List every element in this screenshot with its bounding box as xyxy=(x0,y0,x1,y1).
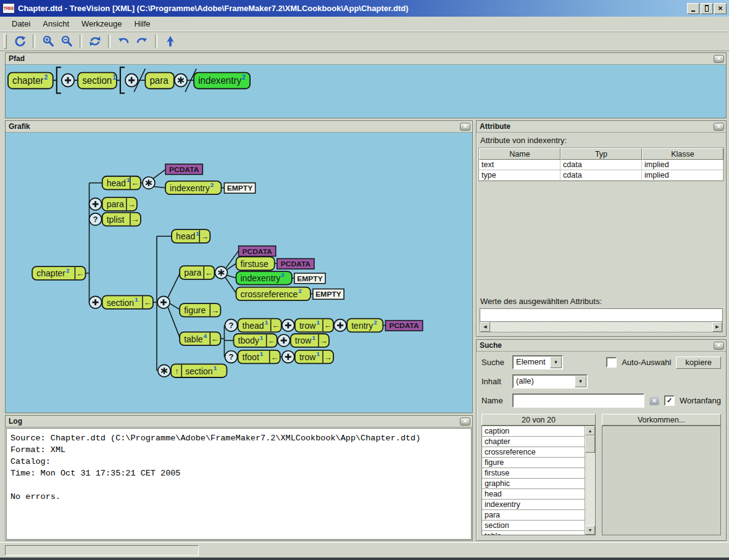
up-button[interactable] xyxy=(161,33,180,49)
sync-button[interactable] xyxy=(86,33,104,49)
tree-connector xyxy=(168,274,180,297)
log-close-button[interactable]: ✕ xyxy=(460,418,470,426)
tree-node-para[interactable]: ←para xyxy=(180,266,214,279)
chevron-down-icon[interactable]: ▼ xyxy=(575,376,586,387)
tree-node-indexentry[interactable]: indexentry2 xyxy=(165,181,221,195)
inhalt-value: (alle) xyxy=(514,376,575,387)
undo-icon xyxy=(117,35,130,48)
scroll-left-button[interactable]: ◀ xyxy=(480,322,490,332)
tree-node-para[interactable]: para xyxy=(145,73,173,89)
menu-item-datei[interactable]: Datei xyxy=(6,18,36,30)
tree-node-trow[interactable]: ←trow1 xyxy=(295,319,333,332)
attribute-column-header[interactable]: Name xyxy=(479,148,560,160)
tree-node-chapter[interactable]: ←chapter2 xyxy=(32,266,85,280)
minimize-button[interactable] xyxy=(687,3,699,14)
attribute-cell: cdata xyxy=(560,160,642,170)
attribute-close-button[interactable]: ✕ xyxy=(714,123,724,131)
app-icon: TREE xyxy=(2,3,15,14)
suche-type-dropdown[interactable]: Element ▼ xyxy=(512,355,563,369)
title-bar: TREE Chapter.dtd - TreeVision [XML] (C:\… xyxy=(0,0,729,17)
expand-right-icon: → xyxy=(211,306,219,315)
tree-node-tbody[interactable]: ←tbody1 xyxy=(233,334,277,347)
pfad-close-button[interactable]: ✕ xyxy=(714,55,724,63)
scroll-down-button[interactable]: ▼ xyxy=(585,525,595,535)
close-icon: ✕ xyxy=(717,124,722,130)
grafik-close-button[interactable]: ✕ xyxy=(460,123,470,131)
redo-button[interactable] xyxy=(133,33,151,49)
wortanfang-checkbox[interactable]: ✓ xyxy=(664,395,675,406)
attribute-row[interactable]: typecdataimplied xyxy=(479,170,723,181)
attribute-value-hscrollbar[interactable]: ◀ ▶ xyxy=(480,322,723,332)
element-list-item-graphic[interactable]: graphic xyxy=(482,479,585,489)
attribute-value-input[interactable] xyxy=(480,309,722,321)
zoom-in-button[interactable] xyxy=(39,33,57,49)
hscroll-track[interactable] xyxy=(490,322,712,332)
menu-item-werkzeuge[interactable]: Werkzeuge xyxy=(76,18,128,30)
element-list-item-caption[interactable]: caption xyxy=(482,426,585,437)
tree-node-chapter[interactable]: chapter2 xyxy=(8,73,53,89)
tree-node-tfoot[interactable]: ←tfoot1 xyxy=(238,350,280,364)
suche-close-button[interactable]: ✕ xyxy=(714,342,724,350)
attribute-column-header[interactable]: Typ xyxy=(560,148,642,160)
undo-button[interactable] xyxy=(114,33,133,49)
element-list-item-firstuse[interactable]: firstuse xyxy=(482,468,585,479)
grafik-panel-header: Grafik ✕ xyxy=(6,121,472,133)
scroll-right-button[interactable]: ▶ xyxy=(712,322,722,332)
clear-name-button[interactable]: ✕ xyxy=(649,397,659,405)
inhalt-dropdown[interactable]: (alle) ▼ xyxy=(512,374,588,389)
refresh-button[interactable] xyxy=(10,33,29,49)
element-list-item-para[interactable]: para xyxy=(482,510,585,521)
attribute-value-label: Werte des ausgewählten Attributs: xyxy=(477,294,726,308)
zoom-out-button[interactable] xyxy=(57,33,76,49)
vscroll-thumb[interactable] xyxy=(585,435,595,453)
menu-item-hilfe[interactable]: Hilfe xyxy=(129,18,156,30)
tree-node-figure[interactable]: →figure xyxy=(180,303,220,317)
tree-node-section[interactable]: ←section1 xyxy=(102,295,153,309)
tree-node-indexentry[interactable]: indexentry2 xyxy=(236,271,291,285)
vorkommen-header[interactable]: Vorkommen... xyxy=(602,414,721,426)
expand-left-icon: ← xyxy=(211,334,219,344)
grafik-panel: Grafik ✕ ???PCDATAEMPTYPCDATAPCDATAEMPTY… xyxy=(5,120,473,413)
toolbar-grip[interactable] xyxy=(4,34,7,49)
name-search-input[interactable] xyxy=(512,393,644,408)
tree-node-tentry[interactable]: tentry2 xyxy=(347,319,383,332)
maximize-button[interactable] xyxy=(701,3,713,14)
status-progress-field xyxy=(5,545,199,556)
attribute-table-header: NameTypKlasse xyxy=(479,148,723,160)
grafik-canvas[interactable]: ???PCDATAEMPTYPCDATAPCDATAEMPTYEMPTYPCDA… xyxy=(6,133,472,413)
vscroll-track[interactable] xyxy=(585,453,595,525)
tree-node-indexentry[interactable]: indexentry2 xyxy=(194,73,250,89)
suche-label: Suche xyxy=(481,358,507,367)
kopiere-button[interactable]: kopiere xyxy=(676,356,721,369)
element-list-item-section[interactable]: section xyxy=(482,521,585,531)
tree-node-trow[interactable]: →trow1 xyxy=(295,350,333,364)
element-list-item-crossreference[interactable]: crossreference xyxy=(482,447,585,458)
tree-node-thead[interactable]: ←thead1 xyxy=(238,319,281,332)
element-list-item-indexentry[interactable]: indexentry xyxy=(482,500,585,510)
tree-node-crossreference[interactable]: crossreference2 xyxy=(236,287,310,301)
suche-panel: Suche ✕ Suche Element ▼ Auto-Auswahl kop… xyxy=(476,339,727,541)
tree-node-head[interactable]: ←head1 xyxy=(102,176,141,190)
element-list-vscrollbar[interactable]: ▲ ▼ xyxy=(585,426,595,535)
menu-item-ansicht[interactable]: Ansicht xyxy=(37,18,75,30)
element-list-header[interactable]: 20 von 20 xyxy=(481,414,596,426)
tree-node-trow[interactable]: →trow1 xyxy=(291,334,329,347)
element-list-item-table[interactable]: table xyxy=(482,531,585,535)
scroll-up-button[interactable]: ▲ xyxy=(585,426,595,435)
tree-node-table[interactable]: ←table4 xyxy=(180,332,220,345)
close-button[interactable]: ✕ xyxy=(714,3,727,14)
tree-node-head[interactable]: →head1 xyxy=(172,229,210,243)
element-list-item-figure[interactable]: figure xyxy=(482,458,585,468)
tree-node-section[interactable]: ↑section1 xyxy=(171,364,227,377)
attribute-row[interactable]: textcdataimplied xyxy=(479,160,723,170)
tree-node-firstuse[interactable]: firstuse xyxy=(236,257,274,270)
auto-auswahl-checkbox[interactable] xyxy=(606,357,617,368)
chevron-down-icon[interactable]: ▼ xyxy=(550,356,562,368)
svg-text:PCDATA: PCDATA xyxy=(281,260,311,268)
tree-node-section[interactable]: section1 xyxy=(78,73,117,89)
tree-node-tplist[interactable]: →tplist xyxy=(102,213,141,226)
element-list-item-chapter[interactable]: chapter xyxy=(482,437,585,447)
tree-node-para[interactable]: →para xyxy=(102,197,137,211)
attribute-column-header[interactable]: Klasse xyxy=(642,148,723,160)
element-list-item-head[interactable]: head xyxy=(482,489,585,500)
